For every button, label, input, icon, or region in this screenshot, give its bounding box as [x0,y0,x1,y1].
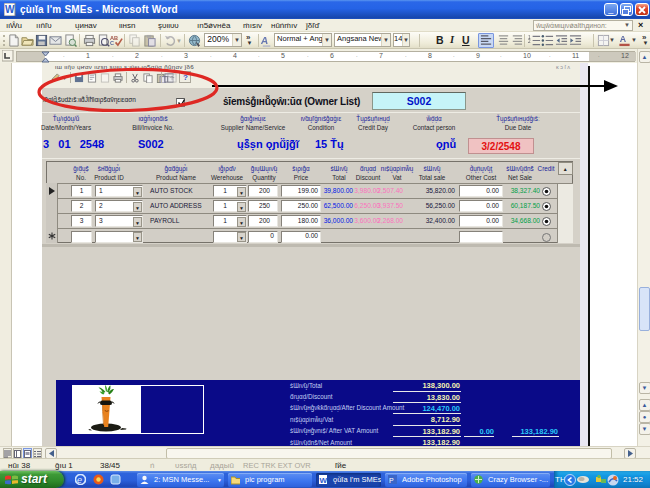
svg-text:W: W [320,476,328,485]
svg-text:A: A [261,35,270,46]
svg-text:e: e [77,475,82,485]
svg-text:2: 2 [528,39,531,44]
svg-text:A: A [620,34,627,44]
svg-text:P: P [389,477,394,484]
svg-text:W: W [5,4,15,15]
svg-text:C: C [110,40,114,46]
